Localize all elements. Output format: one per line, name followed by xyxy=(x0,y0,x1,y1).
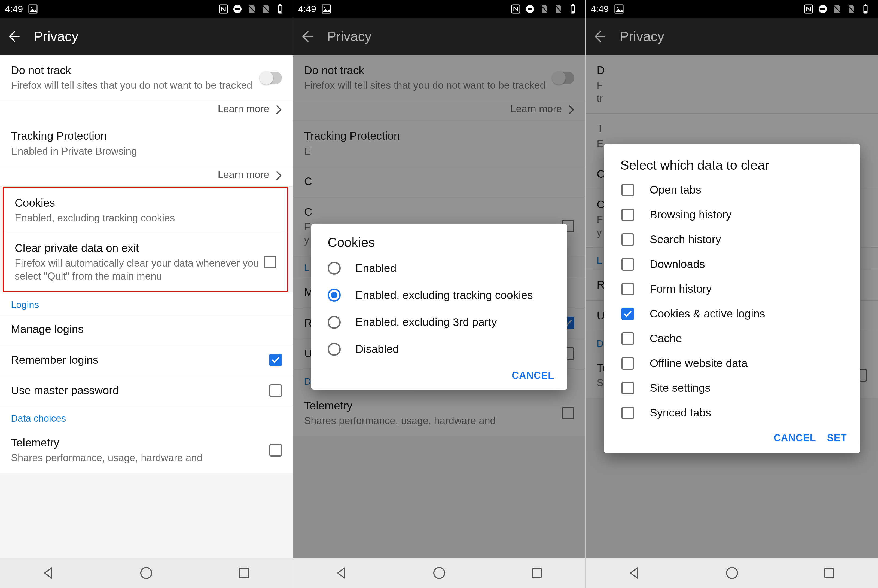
status-time: 4:49 xyxy=(591,3,609,14)
page-title: Privacy xyxy=(327,28,372,44)
dnd-icon xyxy=(525,4,535,14)
checkbox[interactable] xyxy=(621,382,634,394)
cancel-button[interactable]: CANCEL xyxy=(512,370,554,381)
checkbox[interactable] xyxy=(621,208,634,221)
settings-list[interactable]: Do not track Firefox will tell sites tha… xyxy=(0,55,293,558)
check-label: Downloads xyxy=(650,258,705,271)
telemetry-subtitle: Shares performance, usage, hardware and xyxy=(11,452,269,464)
check-browsing-history[interactable]: Browsing history xyxy=(604,202,860,227)
check-search-history[interactable]: Search history xyxy=(604,227,860,252)
pref-remember-logins[interactable]: Remember logins xyxy=(0,345,293,375)
pref-clear-on-exit[interactable]: Clear private data on exit Firefox will … xyxy=(4,233,287,291)
learn-more-label: Learn more xyxy=(218,169,269,180)
check-open-tabs[interactable]: Open tabs xyxy=(604,177,860,202)
back-arrow-icon[interactable] xyxy=(300,30,314,43)
checkbox[interactable] xyxy=(621,407,634,419)
radio-disabled[interactable]: Disabled xyxy=(311,336,567,363)
nav-recent-icon[interactable] xyxy=(530,566,544,580)
pref-master-password[interactable]: Use master password xyxy=(0,375,293,406)
set-button[interactable]: SET xyxy=(827,432,847,444)
radio-enabled-excl-3rd[interactable]: Enabled, excluding 3rd party xyxy=(311,309,567,336)
radio-enabled[interactable]: Enabled xyxy=(311,255,567,282)
nav-home-icon[interactable] xyxy=(139,566,154,580)
status-bar: 4:49 xyxy=(0,0,293,18)
check-downloads[interactable]: Downloads xyxy=(604,252,860,277)
remember-logins-label: Remember logins xyxy=(11,353,269,367)
tp-subtitle: Enabled in Private Browsing xyxy=(11,145,282,158)
telemetry-checkbox[interactable] xyxy=(269,444,282,456)
cancel-button[interactable]: CANCEL xyxy=(774,432,816,444)
nav-recent-icon[interactable] xyxy=(822,566,837,580)
nav-home-icon[interactable] xyxy=(725,566,739,580)
app-bar: Privacy xyxy=(0,18,293,55)
pref-do-not-track[interactable]: Do not track Firefox will tell sites tha… xyxy=(0,55,293,100)
dnt-title: Do not track xyxy=(11,63,260,77)
back-arrow-icon[interactable] xyxy=(592,30,606,43)
dialog-title: Cookies xyxy=(311,235,567,255)
dnt-toggle[interactable] xyxy=(260,72,282,84)
nav-recent-icon[interactable] xyxy=(237,566,251,580)
remember-logins-checkbox[interactable] xyxy=(269,354,282,366)
nav-home-icon[interactable] xyxy=(432,566,447,580)
radio-enabled-excl-tracking[interactable]: Enabled, excluding tracking cookies xyxy=(311,282,567,309)
learn-more-label: Learn more xyxy=(218,103,269,115)
status-bar: 4:49 xyxy=(586,0,878,18)
dialog-title: Select which data to clear xyxy=(604,158,860,177)
check-cache[interactable]: Cache xyxy=(604,326,860,351)
sim1-icon xyxy=(246,4,257,14)
picture-icon xyxy=(614,4,624,14)
check-cookies-logins[interactable]: Cookies & active logins xyxy=(604,302,860,326)
dialog-scrim[interactable]: Cookies Enabled Enabled, excluding track… xyxy=(293,55,585,558)
page-title: Privacy xyxy=(34,28,78,44)
checkbox[interactable] xyxy=(621,258,634,271)
nav-back-icon[interactable] xyxy=(335,566,349,580)
sim1-icon xyxy=(539,4,549,14)
pref-cookies[interactable]: Cookies Enabled, excluding tracking cook… xyxy=(4,188,287,233)
dnt-subtitle: Firefox will tell sites that you do not … xyxy=(11,79,260,92)
navigation-bar xyxy=(293,558,585,588)
sim2-icon xyxy=(846,4,856,14)
nav-back-icon[interactable] xyxy=(41,566,56,580)
pref-telemetry[interactable]: Telemetry Shares performance, usage, har… xyxy=(0,428,293,472)
checkbox[interactable] xyxy=(621,308,634,320)
check-site-settings[interactable]: Site settings xyxy=(604,376,860,400)
checkbox[interactable] xyxy=(621,283,634,296)
check-label: Search history xyxy=(650,233,721,246)
tp-learn-more[interactable]: Learn more xyxy=(0,166,293,187)
clear-on-exit-checkbox[interactable] xyxy=(264,256,276,268)
app-bar: Privacy xyxy=(293,18,585,55)
picture-icon xyxy=(321,4,332,14)
cookies-subtitle: Enabled, excluding tracking cookies xyxy=(15,212,276,225)
nfc-icon xyxy=(218,4,228,14)
check-offline-data[interactable]: Offline website data xyxy=(604,351,860,376)
highlighted-cookies-block: Cookies Enabled, excluding tracking cook… xyxy=(3,187,288,292)
screen-privacy-main: 4:49 Privacy Do not track Firefox will t… xyxy=(0,0,293,588)
chevron-right-icon xyxy=(275,171,283,179)
checkbox[interactable] xyxy=(621,332,634,345)
check-form-history[interactable]: Form history xyxy=(604,277,860,302)
radio-label: Enabled, excluding 3rd party xyxy=(356,315,497,329)
check-synced-tabs[interactable]: Synced tabs xyxy=(604,400,860,425)
telemetry-title: Telemetry xyxy=(11,436,269,450)
screen-cookies-dialog: 4:49 Privacy Do not trackFirefox will te… xyxy=(293,0,585,588)
pref-manage-logins[interactable]: Manage logins xyxy=(0,314,293,345)
checkbox[interactable] xyxy=(621,357,634,370)
manage-logins-label: Manage logins xyxy=(11,322,282,336)
clear-data-dialog: Select which data to clear Open tabs Bro… xyxy=(604,144,860,453)
checkbox[interactable] xyxy=(621,184,634,196)
back-arrow-icon[interactable] xyxy=(6,30,20,43)
picture-icon xyxy=(28,4,38,14)
radio-icon xyxy=(328,288,341,302)
check-label: Open tabs xyxy=(650,183,701,196)
status-time: 4:49 xyxy=(298,3,316,14)
dialog-scrim[interactable]: Select which data to clear Open tabs Bro… xyxy=(586,55,878,558)
sim1-icon xyxy=(832,4,842,14)
check-label: Offline website data xyxy=(650,357,747,370)
dnt-learn-more[interactable]: Learn more xyxy=(0,100,293,121)
battery-icon xyxy=(567,4,578,14)
master-password-checkbox[interactable] xyxy=(269,384,282,397)
pref-tracking-protection[interactable]: Tracking Protection Enabled in Private B… xyxy=(0,121,293,166)
status-time: 4:49 xyxy=(5,3,23,14)
nav-back-icon[interactable] xyxy=(627,566,642,580)
checkbox[interactable] xyxy=(621,233,634,246)
